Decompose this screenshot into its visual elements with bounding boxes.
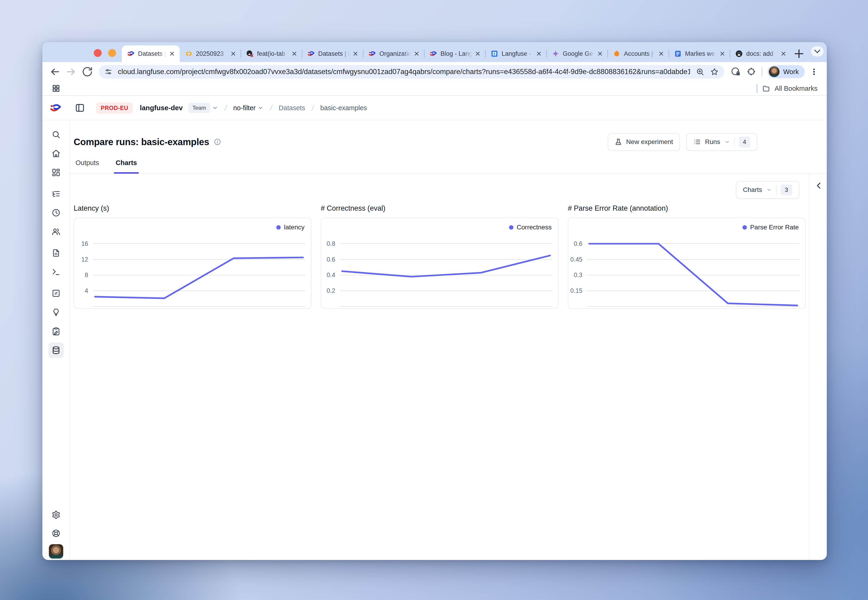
- close-tab-icon[interactable]: [413, 50, 420, 57]
- sidebar-item-datasets[interactable]: [49, 342, 64, 358]
- sidebar-item-users[interactable]: [49, 224, 64, 239]
- project-name[interactable]: no-filter: [233, 104, 256, 112]
- minimize-window-button[interactable]: [108, 49, 116, 57]
- new-experiment-button[interactable]: New experiment: [608, 133, 680, 151]
- chart-card[interactable]: 481216latency: [74, 218, 311, 309]
- browser-tab-3[interactable]: feat(io-tab: [241, 45, 302, 62]
- gear-icon: [52, 511, 61, 519]
- runs-selector-button[interactable]: Runs 4: [686, 133, 757, 151]
- tab-outputs[interactable]: Outputs: [74, 159, 101, 174]
- browser-tab-2[interactable]: 20250923: [180, 45, 241, 62]
- close-tab-icon[interactable]: [719, 50, 726, 57]
- browser-tab-1[interactable]: Datasets | L: [122, 45, 180, 62]
- forward-button[interactable]: [65, 66, 77, 77]
- chart-section-2: # Correctness (eval)0.20.40.60.8Correctn…: [321, 204, 558, 309]
- browser-tab-10[interactable]: Marlies we: [669, 45, 730, 62]
- sidebar-toggle-icon[interactable]: [75, 103, 85, 113]
- privacy-badge-icon[interactable]: [731, 67, 741, 77]
- langfuse-logo[interactable]: [49, 102, 62, 114]
- breadcrumb-datasets-link[interactable]: Datasets: [279, 104, 305, 112]
- chevron-down-icon: [766, 187, 772, 192]
- reload-button[interactable]: [82, 66, 93, 77]
- page-zoom-icon[interactable]: [696, 68, 704, 76]
- desktop-background: Datasets | L20250923feat(io-tabDatasets …: [0, 0, 868, 600]
- close-window-button[interactable]: [94, 49, 102, 57]
- tab-search-button[interactable]: [811, 46, 824, 56]
- sidebar-item-home[interactable]: [49, 146, 64, 161]
- sidebar-item-prompts[interactable]: [49, 245, 64, 261]
- chart-card[interactable]: 0.20.40.60.8Correctness: [321, 218, 558, 309]
- langfuse-favicon: [368, 50, 376, 58]
- tab-title: feat(io-tab: [257, 50, 290, 58]
- charts-selector-button[interactable]: Charts 3: [736, 181, 799, 198]
- sidebar-item-dashboards[interactable]: [49, 165, 64, 180]
- tab-title: docs: add: [746, 50, 778, 58]
- close-tab-icon[interactable]: [168, 50, 176, 57]
- close-tab-icon[interactable]: [596, 50, 604, 57]
- browser-tab-strip: Datasets | L20250923feat(io-tabDatasets …: [42, 42, 827, 62]
- line-chart-canvas: 481216: [74, 218, 311, 308]
- notes-favicon: [674, 50, 682, 58]
- sidebar-item-search[interactable]: [49, 127, 64, 142]
- sidebar-item-annotation-queues[interactable]: [49, 324, 64, 339]
- svg-text:0.4: 0.4: [326, 271, 335, 279]
- browser-tab-5[interactable]: Organizatio: [363, 45, 424, 62]
- browser-tab-8[interactable]: Google Ge: [546, 45, 608, 62]
- chart-section-1: Latency (s)481216latency: [74, 204, 311, 309]
- sidebar-bottom: [42, 507, 70, 559]
- svg-text:0.6: 0.6: [574, 240, 582, 247]
- org-role-badge: Team: [188, 103, 210, 113]
- line-chart-canvas: 0.150.30.450.6: [568, 218, 805, 308]
- user-avatar[interactable]: [49, 544, 63, 559]
- legend-dot-icon: [276, 225, 281, 230]
- line-chart-canvas: 0.20.40.60.8: [321, 218, 558, 308]
- sidebar-item-tracing[interactable]: [49, 186, 64, 202]
- browser-tab-9[interactable]: Accounts |: [608, 45, 669, 62]
- flask-icon: [615, 138, 622, 145]
- browser-menu-icon[interactable]: [810, 68, 818, 76]
- search-icon: [52, 130, 61, 139]
- extensions-icon[interactable]: [747, 67, 756, 76]
- project-switcher-chevron-icon[interactable]: [258, 105, 264, 111]
- apps-grid-icon[interactable]: [52, 84, 61, 93]
- address-bar[interactable]: cloud.langfuse.com/project/cmfwgv8fx002o…: [99, 65, 724, 79]
- close-tab-icon[interactable]: [536, 50, 542, 57]
- browser-tab-6[interactable]: Blog - Lang: [424, 45, 486, 62]
- site-settings-icon[interactable]: [105, 68, 112, 76]
- sidebar-item-scores[interactable]: [49, 286, 64, 301]
- sidebar-item-settings[interactable]: [49, 507, 64, 523]
- list-icon: [693, 138, 701, 145]
- close-tab-icon[interactable]: [352, 50, 359, 57]
- back-button[interactable]: [49, 66, 61, 77]
- chart-legend: latency: [276, 224, 305, 231]
- close-tab-icon[interactable]: [658, 50, 665, 57]
- breadcrumb-slash: /: [269, 103, 273, 112]
- browser-tab-7[interactable]: 6Langfuse -: [486, 45, 546, 62]
- sidebar-item-playground[interactable]: [49, 264, 64, 280]
- sidebar-item-support[interactable]: [49, 526, 64, 541]
- new-tab-button[interactable]: [792, 47, 806, 60]
- url-text: cloud.langfuse.com/project/cmfwgv8fx002o…: [118, 68, 690, 76]
- chart-card[interactable]: 0.150.30.450.6Parse Error Rate: [568, 218, 806, 309]
- tabs-container: Datasets | L20250923feat(io-tabDatasets …: [122, 42, 791, 62]
- close-tab-icon[interactable]: [291, 50, 298, 57]
- chevron-down-icon: [724, 139, 730, 145]
- tab-title: 20250923: [196, 50, 228, 58]
- breadcrumb-current-dataset[interactable]: basic-examples: [320, 104, 367, 112]
- browser-profile-button[interactable]: Work: [768, 65, 805, 78]
- tab-charts[interactable]: Charts: [114, 159, 139, 174]
- browser-tab-11[interactable]: docs: add: [730, 45, 791, 62]
- close-tab-icon[interactable]: [230, 50, 237, 57]
- close-tab-icon[interactable]: [474, 50, 481, 57]
- sidebar-item-sessions[interactable]: [49, 205, 64, 220]
- org-name[interactable]: langfuse-dev: [140, 104, 183, 112]
- close-tab-icon[interactable]: [780, 50, 787, 57]
- chart-title: # Parse Error Rate (annotation): [568, 204, 806, 214]
- info-icon[interactable]: [214, 138, 221, 145]
- bookmark-star-icon[interactable]: [710, 68, 719, 76]
- browser-tab-4[interactable]: Datasets | L: [302, 45, 363, 62]
- all-bookmarks-button[interactable]: All Bookmarks: [756, 84, 818, 93]
- org-switcher-chevron-icon[interactable]: [212, 105, 218, 111]
- sidebar-item-evaluators[interactable]: [49, 305, 64, 320]
- collapse-panel-button[interactable]: [813, 180, 824, 191]
